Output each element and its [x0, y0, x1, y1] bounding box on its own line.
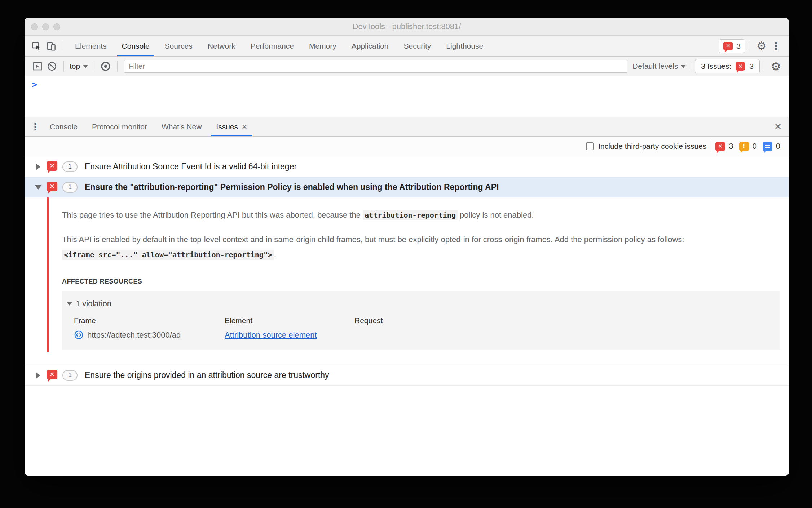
- issue-title: Ensure Attribution Source Event Id is a …: [85, 162, 297, 171]
- chevron-down-icon: [83, 65, 88, 68]
- clear-console-icon[interactable]: [45, 59, 59, 73]
- error-bubble-icon: ✕: [715, 142, 725, 151]
- table-row-element-cell: Attribution source element: [225, 330, 354, 340]
- divider: [750, 41, 750, 52]
- javascript-context-selector[interactable]: top: [68, 62, 89, 71]
- table-row-request-cell: [354, 330, 780, 340]
- issue-count-pill: 1: [62, 161, 78, 172]
- inspect-element-icon[interactable]: [30, 39, 44, 53]
- affected-resources-box: 1 violation Frame Element Request https:…: [62, 291, 780, 350]
- window-titlebar: DevTools - publisher.test:8081/: [25, 18, 789, 36]
- expand-triangle-icon[interactable]: [33, 372, 43, 379]
- settings-gear-icon[interactable]: ⚙: [754, 39, 769, 53]
- tab-console[interactable]: Console: [114, 36, 157, 56]
- divider: [94, 61, 94, 72]
- error-bubble-icon: ✕: [47, 161, 57, 171]
- tab-sources[interactable]: Sources: [157, 36, 200, 56]
- third-party-cookies-label[interactable]: Include third-party cookie issues: [598, 142, 706, 151]
- more-options-kebab-icon[interactable]: ⋮: [769, 39, 783, 53]
- issue-detail-body: This page tries to use the Attribution R…: [25, 197, 789, 359]
- collapse-triangle-icon[interactable]: [33, 185, 43, 190]
- drawer-tabbar: ⋮ Console Protocol monitor What's New Is…: [25, 117, 789, 137]
- console-prompt-chevron[interactable]: >: [32, 79, 37, 90]
- warning-bubble-icon: !: [739, 142, 749, 151]
- device-toolbar-icon[interactable]: [44, 39, 58, 53]
- error-bubble-icon: ✕: [47, 182, 57, 191]
- chevron-down-icon: [681, 65, 686, 68]
- affected-resources-table: Frame Element Request https://adtech.tes…: [62, 313, 780, 340]
- issues-list: ✕ 1 Ensure Attribution Source Event Id i…: [25, 156, 789, 476]
- issue-row-permission-policy[interactable]: ✕ 1 Ensure the "attribution-reporting" P…: [25, 177, 789, 197]
- column-header-request: Request: [354, 313, 780, 330]
- issues-error-count: 3: [729, 142, 733, 151]
- inline-code: attribution-reporting: [363, 210, 458, 220]
- issue-title: Ensure the origins provided in an attrib…: [85, 370, 329, 380]
- table-row-frame-cell: https://adtech.test:3000/ad: [74, 330, 225, 340]
- console-toolbar: top Default levels 3 Issues: ✕ 3 ⚙: [25, 57, 789, 76]
- drawer-tab-whats-new[interactable]: What's New: [154, 117, 209, 136]
- log-levels-selector[interactable]: Default levels: [632, 62, 686, 71]
- third-party-cookies-checkbox[interactable]: [586, 142, 594, 150]
- violations-expander[interactable]: 1 violation: [62, 295, 780, 313]
- tab-performance[interactable]: Performance: [243, 36, 301, 56]
- drawer-tab-protocol-monitor[interactable]: Protocol monitor: [85, 117, 154, 136]
- inline-code: <iframe src="..." allow="attribution-rep…: [62, 250, 274, 260]
- error-bubble-icon: ✕: [736, 62, 745, 71]
- drawer-tab-console[interactable]: Console: [43, 117, 85, 136]
- issue-row-trustworthy-origins[interactable]: ✕ 1 Ensure the origins provided in an at…: [25, 365, 789, 386]
- issues-warning-count: 0: [753, 142, 757, 151]
- close-drawer-icon[interactable]: ✕: [774, 121, 782, 132]
- console-settings-gear-icon[interactable]: ⚙: [769, 59, 783, 73]
- main-tabbar: Elements Console Sources Network Perform…: [25, 36, 789, 57]
- console-messages-area[interactable]: >: [25, 76, 789, 117]
- console-sidebar-toggle-icon[interactable]: [30, 59, 45, 73]
- attribution-source-element-link[interactable]: Attribution source element: [225, 330, 317, 340]
- issues-count-button[interactable]: 3 Issues: ✕ 3: [695, 59, 760, 73]
- issue-row-attribution-event-id[interactable]: ✕ 1 Ensure Attribution Source Event Id i…: [25, 156, 789, 177]
- devtools-window: DevTools - publisher.test:8081/ Elements…: [25, 18, 789, 476]
- tab-security[interactable]: Security: [396, 36, 438, 56]
- divider: [711, 141, 711, 152]
- tab-elements[interactable]: Elements: [67, 36, 114, 56]
- divider: [63, 61, 64, 72]
- open-issues-errors-button[interactable]: ✕ 3: [719, 39, 745, 53]
- drawer-tab-issues[interactable]: Issues ✕: [209, 117, 255, 136]
- divider: [117, 61, 118, 72]
- error-bubble-icon: ✕: [723, 42, 733, 50]
- window-title: DevTools - publisher.test:8081/: [25, 22, 789, 31]
- issue-count-pill: 1: [62, 182, 78, 193]
- tab-network[interactable]: Network: [200, 36, 243, 56]
- issue-title: Ensure the "attribution-reporting" Permi…: [85, 182, 499, 192]
- issue-red-accent-line: [47, 197, 49, 352]
- affected-resources-heading: AFFECTED RESOURCES: [62, 278, 780, 285]
- tab-lighthouse[interactable]: Lighthouse: [438, 36, 491, 56]
- drawer-more-tabs-kebab-icon[interactable]: ⋮: [28, 120, 43, 134]
- issue-description-paragraph-1: This page tries to use the Attribution R…: [62, 208, 769, 223]
- column-header-element: Element: [225, 313, 354, 330]
- issues-toolbar: Include third-party cookie issues ✕ 3 ! …: [25, 137, 789, 156]
- divider: [764, 61, 764, 72]
- issue-description-paragraph-2: This API is enabled by default in the to…: [62, 232, 769, 262]
- console-filter-input[interactable]: [124, 60, 627, 73]
- divider: [63, 41, 63, 52]
- issues-info-count: 0: [776, 142, 780, 151]
- column-header-frame: Frame: [74, 313, 225, 330]
- issue-count-pill: 1: [62, 370, 78, 381]
- info-bubble-icon: [763, 142, 772, 151]
- error-count: 3: [736, 42, 741, 50]
- tab-application[interactable]: Application: [344, 36, 396, 56]
- create-live-expression-eye-icon[interactable]: [98, 59, 113, 73]
- expand-triangle-icon[interactable]: [33, 164, 43, 170]
- frame-code-icon: [74, 330, 84, 340]
- error-bubble-icon: ✕: [47, 370, 57, 379]
- drawer: ⋮ Console Protocol monitor What's New Is…: [25, 117, 789, 476]
- close-issues-tab-icon[interactable]: ✕: [242, 123, 247, 131]
- divider: [690, 61, 690, 72]
- tab-memory[interactable]: Memory: [301, 36, 344, 56]
- collapse-triangle-icon: [67, 302, 72, 306]
